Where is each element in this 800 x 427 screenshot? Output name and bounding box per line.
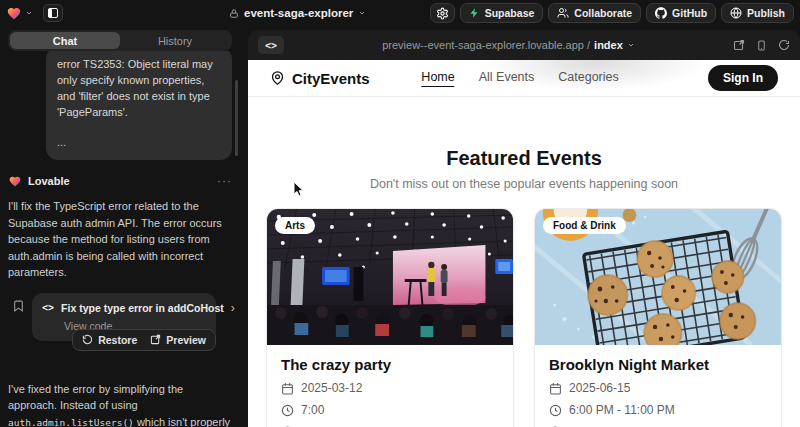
event-time: 6:00 PM - 11:00 PM xyxy=(569,403,675,417)
assistant-paragraph-2: I've fixed the error by simplifying the … xyxy=(8,381,232,427)
lock-icon xyxy=(229,8,239,19)
github-icon xyxy=(655,7,667,19)
app-brand-link[interactable]: CityEvents xyxy=(270,70,370,87)
supabase-button[interactable]: Supabase xyxy=(460,3,544,23)
event-date-row: 2025-06-15 xyxy=(549,381,767,395)
project-name-dropdown[interactable]: event-saga-explorer xyxy=(229,7,366,19)
app-nav: Home All Events Categories xyxy=(421,70,618,87)
event-card-body: Brooklyn Night Market 2025-06-15 6:00 P xyxy=(535,345,781,427)
event-image: Arts xyxy=(267,209,513,345)
tab-history[interactable]: History xyxy=(120,32,230,49)
refresh-button[interactable] xyxy=(778,39,790,51)
sign-in-button[interactable]: Sign In xyxy=(708,65,778,91)
featured-section-header: Featured Events Don't miss out on these … xyxy=(248,147,800,191)
map-pin-icon xyxy=(270,70,285,86)
mobile-view-button[interactable] xyxy=(756,39,767,52)
chat-scrollbar[interactable] xyxy=(235,80,238,156)
nav-link-categories[interactable]: Categories xyxy=(558,70,618,87)
lovable-logo-menu[interactable] xyxy=(6,6,33,21)
lovable-heart-icon xyxy=(6,6,22,21)
event-date: 2025-06-15 xyxy=(569,381,630,395)
supabase-label: Supabase xyxy=(485,7,535,19)
github-label: GitHub xyxy=(672,7,707,19)
event-date: 2025-03-12 xyxy=(301,381,362,395)
inline-code: auth.admin.listUsers() xyxy=(8,417,134,427)
bookmark-icon[interactable] xyxy=(12,299,25,313)
event-title: The crazy party xyxy=(281,356,499,373)
open-in-new-tab-button[interactable] xyxy=(733,39,745,51)
preview-url-bar[interactable]: preview--event-saga-explorer.lovable.app… xyxy=(284,39,733,51)
code-change-title: Fix type type error in addCoHost xyxy=(61,302,224,314)
message-ellipsis: ... xyxy=(57,134,221,150)
assistant-header: Lovable ··· xyxy=(8,174,232,188)
code-change-section: <> Fix type type error in addCoHost › Vi… xyxy=(8,293,232,365)
publish-button[interactable]: Publish xyxy=(721,3,794,23)
version-actions: Restore Preview xyxy=(72,329,216,351)
event-title: Brooklyn Night Market xyxy=(549,356,767,373)
clock-icon xyxy=(549,404,562,417)
publish-label: Publish xyxy=(747,7,785,19)
panel-left-icon xyxy=(47,7,59,19)
clock-icon xyxy=(281,404,294,417)
event-time: 7:00 xyxy=(301,403,324,417)
assistant-paragraph-1: I'll fix the TypeScript error related to… xyxy=(8,198,232,281)
chevron-down-icon xyxy=(25,9,33,17)
settings-button[interactable] xyxy=(430,3,455,23)
chevron-down-icon xyxy=(358,9,366,17)
preview-panel: <> preview--event-saga-explorer.lovable.… xyxy=(248,30,800,427)
calendar-icon xyxy=(549,382,562,395)
preview-url: preview--event-saga-explorer.lovable.app… xyxy=(382,39,590,51)
nav-link-all-events[interactable]: All Events xyxy=(479,70,535,87)
chevron-right-icon: › xyxy=(231,301,235,315)
brand-name: CityEvents xyxy=(292,70,370,87)
chat-messages: error TS2353: Object literal may only sp… xyxy=(8,51,232,160)
collaborate-label: Collaborate xyxy=(574,7,632,19)
topbar: event-saga-explorer Supabase Collaborate xyxy=(0,0,800,26)
lovable-heart-icon xyxy=(8,175,22,188)
collaborate-button[interactable]: Collaborate xyxy=(548,3,641,23)
nav-link-home[interactable]: Home xyxy=(421,70,454,87)
event-time-row: 7:00 xyxy=(281,403,499,417)
category-badge: Arts xyxy=(275,217,315,234)
chat-sidebar: Chat History error TS2353: Object litera… xyxy=(0,26,240,427)
preview-page: index xyxy=(594,39,623,51)
assistant-name: Lovable xyxy=(28,175,70,187)
error-message-text: error TS2353: Object literal may only sp… xyxy=(57,56,221,120)
globe-icon xyxy=(730,7,742,19)
preview-toolbar: <> preview--event-saga-explorer.lovable.… xyxy=(248,30,800,60)
chat-tabbar: Chat History xyxy=(8,30,232,51)
event-card[interactable]: Food & Drink Brooklyn Night Market 2025-… xyxy=(534,208,782,427)
restore-icon xyxy=(82,334,93,345)
preview-app: CityEvents Home All Events Categories Si… xyxy=(248,60,800,427)
topbar-actions: Supabase Collaborate GitHub Publish xyxy=(430,3,794,23)
people-icon xyxy=(557,7,569,19)
gear-icon xyxy=(436,7,449,20)
message-menu-button[interactable]: ··· xyxy=(217,174,232,188)
preview-label: Preview xyxy=(166,334,206,346)
code-icon: <> xyxy=(42,302,54,313)
category-badge: Food & Drink xyxy=(543,217,626,234)
event-image: Food & Drink xyxy=(535,209,781,345)
chevron-down-icon xyxy=(627,41,635,49)
event-cards: Arts The crazy party 2025-03-12 xyxy=(248,208,800,427)
paragraph2-text: I've fixed the error by simplifying the … xyxy=(8,383,183,412)
section-title: Featured Events xyxy=(248,147,800,170)
external-link-icon xyxy=(150,334,161,345)
event-card-body: The crazy party 2025-03-12 7:00 xyxy=(267,345,513,427)
calendar-icon xyxy=(281,382,294,395)
preview-button[interactable]: Preview xyxy=(150,334,206,346)
restore-label: Restore xyxy=(98,334,137,346)
event-time-row: 6:00 PM - 11:00 PM xyxy=(549,403,767,417)
user-message-bubble: error TS2353: Object literal may only sp… xyxy=(46,51,232,160)
code-view-toggle[interactable]: <> xyxy=(258,36,284,54)
app-header: CityEvents Home All Events Categories Si… xyxy=(248,60,800,97)
restore-button[interactable]: Restore xyxy=(82,334,137,346)
supabase-icon xyxy=(469,7,480,19)
event-card[interactable]: Arts The crazy party 2025-03-12 xyxy=(266,208,514,427)
github-button[interactable]: GitHub xyxy=(646,3,716,23)
section-subtitle: Don't miss out on these popular events h… xyxy=(248,177,800,191)
sidebar-toggle-button[interactable] xyxy=(43,4,63,22)
project-name: event-saga-explorer xyxy=(244,7,353,19)
tab-chat[interactable]: Chat xyxy=(10,32,120,49)
event-date-row: 2025-03-12 xyxy=(281,381,499,395)
